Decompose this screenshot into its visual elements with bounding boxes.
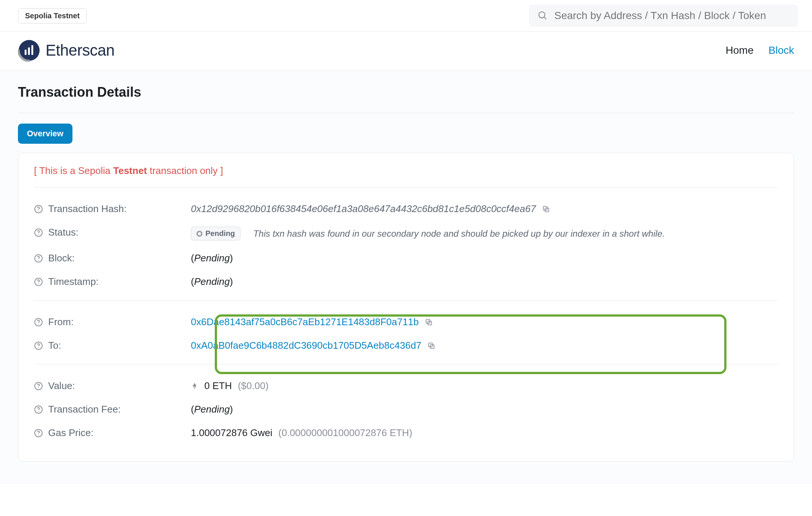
search-icon bbox=[537, 10, 548, 21]
banner-prefix: [ This is a Sepolia bbox=[34, 165, 113, 176]
help-icon[interactable] bbox=[34, 429, 43, 438]
label-timestamp: Timestamp: bbox=[48, 276, 99, 287]
help-icon[interactable] bbox=[34, 228, 43, 237]
nav-blockchain[interactable]: Block bbox=[769, 44, 794, 56]
row-txn-hash: Transaction Hash: 0x12d9296820b016f63845… bbox=[34, 197, 778, 221]
block-open: ( bbox=[191, 252, 194, 264]
svg-point-15 bbox=[38, 283, 39, 284]
card-divider bbox=[34, 187, 778, 187]
svg-line-1 bbox=[544, 17, 546, 19]
copy-icon[interactable] bbox=[427, 342, 436, 350]
banner-bold: Testnet bbox=[113, 165, 147, 176]
help-icon[interactable] bbox=[34, 318, 43, 327]
help-icon[interactable] bbox=[34, 405, 43, 414]
ethereum-icon bbox=[191, 382, 198, 390]
help-icon[interactable] bbox=[34, 341, 43, 350]
network-label: Sepolia Testnet bbox=[25, 12, 80, 20]
testnet-banner: [ This is a Sepolia Testnet transaction … bbox=[34, 165, 778, 177]
svg-rect-4 bbox=[28, 47, 30, 55]
card-divider bbox=[34, 300, 778, 301]
search-container[interactable] bbox=[529, 4, 798, 27]
label-value: Value: bbox=[48, 380, 75, 392]
row-block: Block: (Pending) bbox=[34, 246, 778, 270]
brand[interactable]: Etherscan bbox=[18, 39, 115, 62]
block-close: ) bbox=[230, 252, 233, 264]
row-from: From: 0x6Dae8143af75a0cB6c7aEb1271E1483d… bbox=[34, 310, 778, 334]
label-fee: Transaction Fee: bbox=[48, 404, 121, 415]
divider bbox=[18, 113, 794, 113]
help-icon[interactable] bbox=[34, 382, 43, 391]
svg-rect-3 bbox=[25, 50, 27, 55]
row-gas-price: Gas Price: 1.000072876 Gwei (0.000000001… bbox=[34, 421, 778, 445]
svg-rect-5 bbox=[31, 45, 33, 55]
svg-point-17 bbox=[38, 324, 39, 324]
svg-point-13 bbox=[38, 260, 39, 261]
copy-icon[interactable] bbox=[542, 205, 550, 213]
status-note: This txn hash was found in our secondary… bbox=[253, 229, 665, 239]
card-divider bbox=[34, 364, 778, 364]
topbar: Sepolia Testnet bbox=[0, 0, 812, 32]
banner-suffix: transaction only ] bbox=[147, 165, 223, 176]
to-address-link[interactable]: 0xA0aB0fae9C6b4882dC3690cb1705D5Aeb8c436… bbox=[191, 340, 421, 351]
pending-dot-icon bbox=[196, 231, 202, 237]
block-pending: Pending bbox=[194, 252, 230, 264]
label-from: From: bbox=[48, 316, 74, 328]
svg-point-25 bbox=[38, 388, 39, 388]
fee-pending: Pending bbox=[194, 404, 230, 415]
status-badge: Pending bbox=[191, 227, 241, 240]
svg-point-29 bbox=[38, 435, 39, 435]
fee-open: ( bbox=[191, 404, 194, 415]
timestamp-pending: Pending bbox=[194, 276, 230, 287]
network-selector[interactable]: Sepolia Testnet bbox=[18, 8, 87, 24]
svg-point-7 bbox=[38, 211, 39, 211]
label-status: Status: bbox=[48, 227, 78, 238]
help-icon[interactable] bbox=[34, 205, 43, 214]
svg-point-27 bbox=[38, 411, 39, 412]
row-value: Value: 0 ETH ($0.00) bbox=[34, 374, 778, 398]
label-gas-price: Gas Price: bbox=[48, 427, 93, 439]
details-card: [ This is a Sepolia Testnet transaction … bbox=[18, 153, 794, 461]
fee-close: ) bbox=[230, 404, 233, 415]
from-address-link[interactable]: 0x6Dae8143af75a0cB6c7aEb1271E1483d8F0a71… bbox=[191, 316, 419, 328]
svg-point-0 bbox=[539, 12, 545, 18]
gas-price-main: 1.000072876 Gwei bbox=[191, 427, 272, 439]
row-fee: Transaction Fee: (Pending) bbox=[34, 398, 778, 421]
nav-home[interactable]: Home bbox=[726, 44, 754, 56]
svg-point-21 bbox=[38, 347, 39, 348]
row-to: To: 0xA0aB0fae9C6b4882dC3690cb1705D5Aeb8… bbox=[34, 334, 778, 357]
search-input[interactable] bbox=[554, 10, 790, 22]
brand-name: Etherscan bbox=[46, 41, 115, 59]
page-body: Transaction Details Overview [ This is a… bbox=[0, 71, 812, 484]
label-txn-hash: Transaction Hash: bbox=[48, 203, 127, 215]
help-icon[interactable] bbox=[34, 254, 43, 263]
nav-links: Home Block bbox=[726, 44, 794, 56]
timestamp-close: ) bbox=[230, 276, 233, 287]
value-usd: ($0.00) bbox=[238, 380, 269, 392]
value-txn-hash: 0x12d9296820b016f638454e06ef1a3a08e647a4… bbox=[191, 203, 536, 215]
row-timestamp: Timestamp: (Pending) bbox=[34, 270, 778, 293]
gas-price-sub: (0.000000001000072876 ETH) bbox=[278, 427, 412, 439]
page-title: Transaction Details bbox=[18, 84, 794, 100]
help-icon[interactable] bbox=[34, 277, 43, 286]
svg-point-11 bbox=[38, 234, 39, 235]
tab-overview[interactable]: Overview bbox=[18, 124, 72, 144]
label-to: To: bbox=[48, 340, 61, 351]
value-eth: 0 ETH bbox=[204, 380, 232, 392]
navbar: Etherscan Home Block bbox=[0, 32, 812, 71]
timestamp-open: ( bbox=[191, 276, 194, 287]
status-text: Pending bbox=[205, 229, 235, 238]
etherscan-logo-icon bbox=[18, 39, 40, 62]
label-block: Block: bbox=[48, 252, 75, 264]
row-status: Status: Pending This txn hash was found … bbox=[34, 221, 778, 246]
copy-icon[interactable] bbox=[425, 318, 433, 326]
